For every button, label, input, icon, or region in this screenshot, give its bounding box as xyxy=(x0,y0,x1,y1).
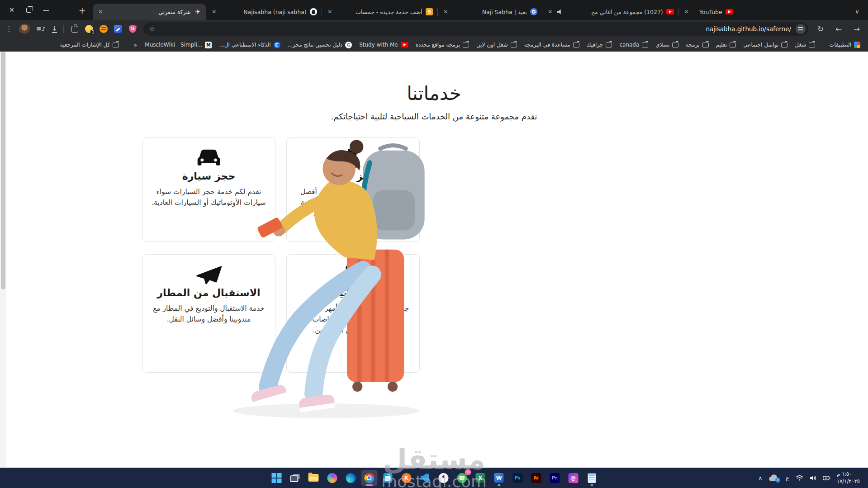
taskbar-explorer-icon[interactable] xyxy=(305,470,322,486)
bookmark-item[interactable]: برمجه مواقع محدده xyxy=(413,40,472,49)
window-minimize-button[interactable]: — xyxy=(43,7,49,13)
address-bar[interactable]: ☆ najisabha.github.io/saferne/ xyxy=(143,22,808,36)
bookmark-label: جرافيك xyxy=(587,42,603,48)
scrollbar-thumb[interactable] xyxy=(1,52,5,289)
taskview-icon xyxy=(290,475,298,482)
taskbar-start-icon[interactable] xyxy=(268,470,285,486)
tab-close-icon[interactable]: ✕ xyxy=(683,8,690,16)
extension-burger-icon[interactable] xyxy=(99,24,108,33)
new-tab-button[interactable]: + xyxy=(76,4,89,17)
browser-tab[interactable]: ✕Naji Sabha | بعيد xyxy=(438,4,542,20)
volume-icon[interactable] xyxy=(810,475,816,481)
tab-list: ✕شركة سفرني✈✕Najisabha (naji sabha)✕أضف … xyxy=(93,4,848,20)
running-indicator xyxy=(498,484,500,486)
bookmark-item[interactable]: تواصل اجتماعي xyxy=(740,40,791,49)
bookmark-item[interactable]: شغل xyxy=(792,40,818,49)
extensions-puzzle-icon[interactable] xyxy=(70,24,79,33)
bookmarks-overflow-chevron[interactable]: « xyxy=(130,42,141,48)
menu-kebab-icon[interactable]: ⋮ xyxy=(5,25,13,33)
tab-audio-speaker-icon xyxy=(557,9,563,14)
premiere-icon: Pr xyxy=(550,473,560,483)
taskbar-whatsapp-icon[interactable]: ☎To xyxy=(454,470,470,486)
bookmark-item[interactable]: Cالذكاء الاصطناعي ال... xyxy=(216,40,283,50)
extension-shield-icon[interactable]: U xyxy=(128,24,137,33)
youtube-icon xyxy=(666,9,674,14)
bookmark-label: برمجه مواقع محدده xyxy=(416,42,460,48)
taskbar-vscode-icon[interactable] xyxy=(417,470,433,486)
youtube-icon xyxy=(726,9,733,14)
bookmark-item[interactable]: جرافيك xyxy=(583,40,616,49)
extension-blue-icon[interactable] xyxy=(114,24,123,33)
window-restore-button[interactable] xyxy=(26,8,31,13)
forward-icon[interactable]: → xyxy=(851,24,863,33)
taskbar-notepad-icon[interactable] xyxy=(583,470,600,486)
taskbar-premiere-icon[interactable]: Pr xyxy=(546,470,563,486)
tab-strip: ✕ — + ✕شركة سفرني✈✕Najisabha (naji sabha… xyxy=(0,0,868,20)
chrome-icon xyxy=(364,473,374,483)
wifi-icon[interactable] xyxy=(796,475,803,481)
all-bookmarks-button[interactable]: كل الإشارات المرجعية xyxy=(57,40,123,49)
tab-favicon xyxy=(666,8,674,16)
tab-search-chevron-icon[interactable]: ∨ xyxy=(851,5,863,18)
bookmark-item[interactable]: Study with Me xyxy=(356,40,411,49)
bookmark-item[interactable]: برمجه xyxy=(683,40,712,49)
window-close-button[interactable]: ✕ xyxy=(9,7,14,13)
tray-clock[interactable]: ٦:٥٠ م ١٧/١/٢٠٢٥ xyxy=(837,471,860,485)
tab-close-icon[interactable]: ✕ xyxy=(97,8,104,16)
tab-close-icon[interactable]: ✕ xyxy=(546,8,554,16)
tab-close-icon[interactable]: ✕ xyxy=(210,8,218,16)
bookmark-item[interactable]: مساعدة في البرمجه xyxy=(521,40,583,49)
running-indicator xyxy=(590,484,593,486)
tab-favicon: 5 xyxy=(426,8,433,16)
bookmark-item[interactable]: تسلاي xyxy=(652,40,682,49)
tray-hidden-icons-chevron-icon[interactable]: ∧ xyxy=(758,475,762,481)
tab-close-icon[interactable]: ✕ xyxy=(442,8,450,16)
browser-tab[interactable]: ✕(1027) مجموعة من اغاني مح xyxy=(542,4,678,20)
taskbar-word-icon[interactable]: W xyxy=(491,470,507,486)
bookmark-item[interactable]: Gدليل تحسين نتائج محر... xyxy=(285,40,356,50)
back-icon[interactable]: ← xyxy=(833,24,844,33)
browser-tab[interactable]: ✕شركة سفرني✈ xyxy=(93,4,206,20)
media-controls-icon[interactable]: ≣♪ xyxy=(36,25,46,33)
extension-yellow-icon[interactable]: 1 xyxy=(85,24,94,33)
folder-icon xyxy=(642,43,648,47)
taskbar-store-icon[interactable] xyxy=(379,470,396,486)
taskbar-edge-icon[interactable] xyxy=(342,470,359,486)
explorer-icon xyxy=(308,474,319,482)
taskbar-excel-icon[interactable]: X xyxy=(472,470,489,486)
designer-icon xyxy=(327,473,337,483)
site-settings-icon[interactable] xyxy=(796,24,806,34)
url-text[interactable]: najisabha.github.io/saferne/ xyxy=(706,25,791,33)
browser-tab[interactable]: ✕YouTube xyxy=(678,4,737,20)
taskbar-illustrator-icon[interactable]: Ai xyxy=(528,470,544,486)
folder-icon xyxy=(730,43,736,47)
onedrive-cloud-icon[interactable]: i xyxy=(768,474,779,482)
excel-icon: X xyxy=(476,473,485,483)
page-scrollbar[interactable] xyxy=(0,52,6,468)
taskbar-xampp-icon[interactable]: X xyxy=(398,470,414,486)
folder-icon xyxy=(672,43,678,47)
taskbar-photoshop-icon[interactable]: Ps xyxy=(509,470,526,486)
page-viewport: خدماتنا نقدم مجموعة متنوعة من الخدمات ال… xyxy=(0,52,868,468)
battery-icon[interactable] xyxy=(823,475,830,481)
bookmark-item[interactable]: MMuscleWiki - Simpli... xyxy=(142,40,215,50)
taskbar-chatgpt-icon[interactable]: * xyxy=(435,470,451,486)
bookmark-item[interactable]: شغل اون لاين xyxy=(473,40,520,49)
downloads-icon[interactable]: ↓ xyxy=(52,25,57,33)
browser-tab[interactable]: ✕Najisabha (naji sabha) xyxy=(206,4,322,20)
bookmark-item[interactable]: تعليم xyxy=(713,40,740,49)
bookmarks-apps-button[interactable]: التطبيقات xyxy=(826,40,863,49)
reload-icon[interactable]: ↻ xyxy=(815,24,826,33)
keyboard-language-indicator[interactable]: ع xyxy=(786,474,789,481)
bookmark-star-icon[interactable]: ☆ xyxy=(149,25,155,33)
taskbar-designer-icon[interactable] xyxy=(324,470,340,486)
browser-tab[interactable]: ✕أضف خدمة جديدة - خمسات5 xyxy=(322,4,437,20)
musclewiki-icon: M xyxy=(205,42,212,48)
profile-avatar[interactable] xyxy=(19,24,30,34)
tab-close-icon[interactable]: ✕ xyxy=(326,8,334,16)
taskbar-taskview-icon[interactable] xyxy=(287,470,303,486)
bookmark-item[interactable]: canada xyxy=(616,40,651,49)
taskbar-chrome-icon[interactable] xyxy=(361,470,377,486)
taskbar-baeedapp-icon[interactable]: @ xyxy=(565,470,581,486)
bookmark-label: MuscleWiki - Simpli... xyxy=(145,42,202,48)
